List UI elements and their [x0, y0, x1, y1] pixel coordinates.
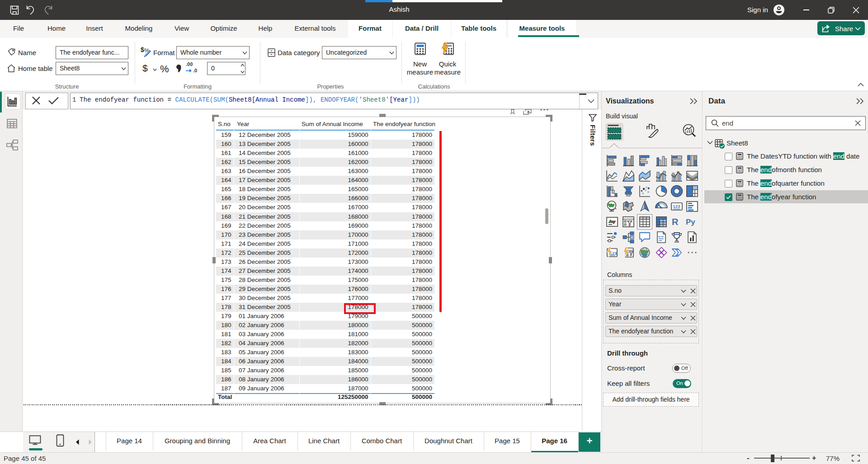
svg-text:123: 123 — [673, 204, 680, 209]
svg-text:Py: Py — [686, 218, 695, 226]
svg-text:R: R — [672, 217, 679, 227]
